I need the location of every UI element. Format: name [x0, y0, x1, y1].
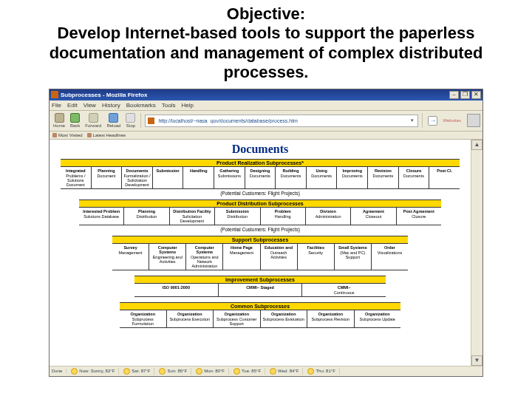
section-header: Product Realization Subprocesses*	[61, 160, 460, 167]
menu-bookmarks[interactable]: Bookmarks	[126, 102, 156, 109]
forward-icon	[89, 113, 98, 123]
process-cell[interactable]: CMMI− Staged	[219, 284, 303, 296]
close-button[interactable]: ✕	[471, 91, 481, 99]
process-cell[interactable]: ClosureDocuments	[399, 167, 430, 188]
menu-edit[interactable]: Edit	[67, 102, 78, 109]
process-cell[interactable]: OrganizationSubprocess Update	[355, 310, 401, 327]
menu-file[interactable]: File	[52, 102, 61, 109]
scroll-down-button[interactable]: ▼	[471, 355, 482, 366]
nav-stop-button[interactable]: Stop	[124, 112, 137, 129]
process-cell[interactable]: Handling	[183, 167, 214, 188]
go-button[interactable]: →	[426, 115, 439, 126]
scroll-up-button[interactable]: ▲	[471, 140, 482, 150]
cell-subtitle: Documents	[308, 174, 335, 178]
cell-title: Distribution Facility	[171, 209, 213, 214]
process-cell[interactable]: PlanningDocument	[92, 167, 123, 188]
process-cell[interactable]: OrganizationSubprocess Evaluation	[261, 310, 308, 327]
cell-title: Post-Cl.	[431, 168, 458, 173]
process-cell[interactable]: Interested ProblemSolutions Database	[79, 208, 124, 225]
menu-tools[interactable]: Tools	[162, 102, 176, 109]
process-cell[interactable]: UsingDocuments	[307, 167, 338, 188]
cell-subtitle: Administration	[307, 214, 349, 219]
cell-title: Submission	[216, 209, 258, 214]
section-improvement: Improvement SubprocessesISO 9001:2000CMM…	[134, 276, 386, 297]
weather-segment: Thu: 81°F	[307, 368, 339, 375]
section-caption: (Potential Customers: Flight Projects)	[54, 191, 466, 196]
window-title: Subprocesses - Mozilla Firefox	[61, 92, 448, 98]
process-cell[interactable]: PlanningDistribution	[124, 208, 169, 225]
nav-home-button[interactable]: Home	[52, 112, 66, 129]
process-cell[interactable]: Computer SystemsEngineering and Activiti…	[149, 244, 186, 270]
sun-icon	[71, 368, 78, 375]
process-cell[interactable]: ProblemHandling	[261, 208, 306, 225]
weather-text: Thu: 81°F	[316, 369, 335, 373]
process-cell[interactable]: DesigningDocuments	[245, 167, 276, 188]
process-cell[interactable]: Submission	[153, 167, 184, 188]
cell-title: Organization	[356, 312, 400, 316]
process-cell[interactable]: OrganizationSubprocess Execution	[167, 310, 214, 327]
cell-title: Order	[373, 245, 406, 250]
toolbar: Home Back Forward Reload Stop ▾ → Websit…	[50, 111, 482, 132]
process-cell[interactable]: AgreementCloseout	[351, 208, 396, 225]
nav-forward-button[interactable]: Forward	[83, 112, 103, 129]
url-input[interactable]	[157, 117, 406, 124]
stop-icon	[126, 113, 135, 123]
process-cell[interactable]: IntegratedProblems / Solutions Document	[61, 167, 92, 188]
process-cell[interactable]: OrganizationSubprocess Revision	[307, 310, 355, 327]
process-cell[interactable]: DocumentsFormalization / Solicitation De…	[122, 167, 153, 188]
sun-icon	[233, 368, 240, 375]
process-cell[interactable]: BuildingDocuments	[276, 167, 307, 188]
websites-button[interactable]: Websites	[441, 117, 463, 123]
nav-reload-button[interactable]: Reload	[105, 112, 122, 129]
nav-back-button[interactable]: Back	[69, 112, 81, 129]
process-cell[interactable]: Post AgreementClosure	[397, 208, 441, 225]
maximize-button[interactable]: ❐	[460, 91, 470, 99]
process-cell[interactable]: FacilitiesSecurity	[298, 244, 335, 270]
cell-subtitle: Problems / Solutions Document	[62, 174, 89, 187]
process-cell[interactable]: Computer SystemsOperations and Network A…	[186, 244, 223, 270]
process-cell[interactable]: Distribution FacilitySolicitation Develo…	[170, 208, 215, 225]
process-cell[interactable]: CMMI−Continuous	[302, 284, 386, 296]
process-cell[interactable]: ISO 9001:2000	[134, 284, 219, 296]
section-common: Common SubprocessesOrganizationSubproces…	[120, 302, 400, 328]
menu-history[interactable]: History	[102, 102, 120, 109]
process-cell[interactable]: Post-Cl.	[429, 167, 460, 188]
process-cell[interactable]: OrganizationSubprocess Formulation	[120, 310, 167, 327]
cell-subtitle: Subprocess Evaluation	[262, 317, 306, 321]
process-cell[interactable]: SurveyManagement	[112, 244, 149, 270]
reload-icon	[109, 113, 118, 123]
process-cell[interactable]: Small Systems(Mac and PC) Support	[335, 244, 372, 270]
cell-title: Agreement	[352, 209, 394, 214]
cell-title: Using	[308, 168, 335, 173]
process-cell[interactable]: GatheringSubmissions	[214, 167, 245, 188]
process-cell[interactable]: RevisionDocuments	[368, 167, 399, 188]
process-cell[interactable]: OrganizationSubprocess Customer Support	[214, 310, 261, 327]
menu-help[interactable]: Help	[181, 102, 193, 109]
cell-title: Survey	[114, 245, 147, 250]
address-bar[interactable]: ▾	[145, 115, 418, 127]
minimize-button[interactable]: –	[449, 91, 459, 99]
cell-subtitle: Handling	[262, 214, 304, 219]
bookmark-item[interactable]: Most Visited	[52, 133, 83, 137]
cell-title: Organization	[262, 312, 306, 316]
process-cell[interactable]: Education andOutreach Activities	[261, 244, 298, 270]
weather-text: Wed: 84°F	[278, 369, 299, 373]
process-cell[interactable]: SubmissionDistribution	[215, 208, 260, 225]
weather-text: Sat: 87°F	[132, 369, 150, 373]
scroll-track[interactable]	[471, 150, 482, 355]
section-row: Interested ProblemSolutions DatabasePlan…	[79, 208, 441, 225]
cell-title: Computer Systems	[188, 245, 221, 254]
sun-icon	[270, 368, 276, 375]
url-dropdown-icon[interactable]: ▾	[409, 117, 415, 123]
process-cell[interactable]: ImprovingDocuments	[337, 167, 368, 188]
sun-icon	[307, 368, 314, 375]
process-cell[interactable]: OrderVisualizations	[372, 244, 408, 270]
menu-view[interactable]: View	[83, 102, 96, 109]
vertical-scrollbar[interactable]: ▲ ▼	[471, 140, 482, 366]
process-cell[interactable]: Home PageManagement	[223, 244, 260, 270]
cell-subtitle: Subprocess Execution	[168, 317, 212, 321]
bookmark-item[interactable]: Latest Headlines	[87, 133, 126, 137]
cell-subtitle: Document	[93, 174, 120, 178]
section-row: OrganizationSubprocess FormulationOrgani…	[120, 310, 400, 327]
process-cell[interactable]: DivisionAdministration	[306, 208, 351, 225]
